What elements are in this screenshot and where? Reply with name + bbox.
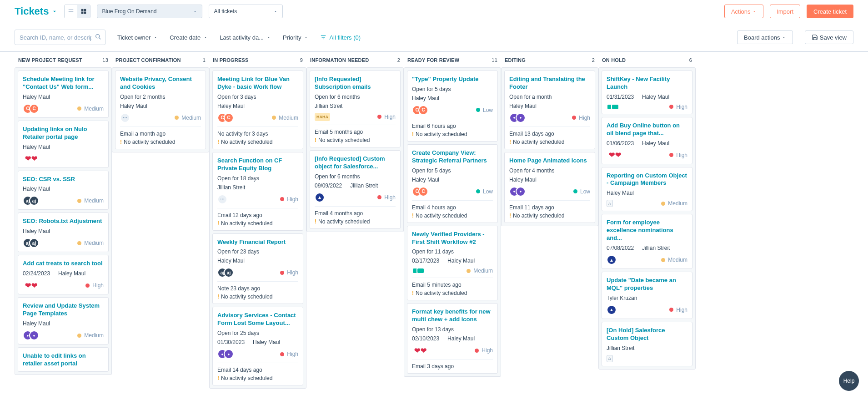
ticket-card[interactable]: Update "Date became an MQL" propertiesTy… (602, 272, 692, 319)
priority-label: High (384, 114, 396, 120)
column-name: READY FOR REVIEW (407, 57, 459, 63)
column-body: [Info Requested] Subscription emailsOpen… (306, 67, 404, 232)
ticket-card[interactable]: Review and Update System Page TemplatesH… (18, 297, 109, 344)
ticket-card[interactable]: Unable to edit links on retailer asset p… (18, 347, 109, 372)
priority-label: High (92, 282, 104, 289)
ticket-meta: Email 14 days agoNo activity scheduled (217, 363, 298, 381)
ticket-card[interactable]: Schedule Meeting link for "Contact Us" W… (18, 71, 109, 118)
column-count: 2 (592, 57, 595, 63)
chevron-down-icon (193, 9, 197, 14)
all-filters-button[interactable]: All filters (0) (320, 34, 361, 41)
ticket-card[interactable]: Advisory Services - Contact Form Lost So… (212, 307, 303, 385)
ticket-card[interactable]: Create Company View: Strategic Referral … (407, 144, 498, 223)
association-icons (607, 104, 619, 110)
help-button[interactable]: Help (839, 371, 859, 389)
save-view-label: Save view (820, 34, 847, 41)
board-actions-button[interactable]: Board actions (737, 30, 793, 44)
no-activity-warning: No activity scheduled (509, 213, 590, 219)
ticket-card[interactable]: Search Function on CF Private Equity Blo… (212, 152, 303, 231)
ticket-card[interactable]: SEO: CSR vs. SSRHaley MaulajajMedium (18, 171, 109, 210)
ticket-card[interactable]: Meeting Link for Blue Van Dyke - basic W… (212, 71, 303, 149)
priority-dot (476, 189, 480, 193)
association-icons: ⋯ (217, 194, 227, 204)
ticket-title: Schedule Meeting link for "Contact Us" W… (23, 76, 104, 91)
ticket-card[interactable]: Editing and Translating the FooterOpen f… (504, 71, 595, 149)
ticket-card[interactable]: "Type" Property UpdateOpen for 5 daysHal… (407, 71, 498, 142)
ticket-meta: Note 23 days agoNo activity scheduled (217, 281, 298, 300)
ticket-card[interactable]: Reporting on Custom Object - Campaign Me… (602, 167, 692, 212)
ticket-row: ●●Medium (23, 330, 104, 340)
ticket-card[interactable]: SEO: Robots.txt AdjustmentHaley Maulajaj… (18, 213, 109, 252)
actions-button[interactable]: Actions (724, 5, 763, 18)
ticket-meta: Email 5 minutes agoNo activity scheduled (412, 278, 493, 296)
priority-dot (476, 108, 480, 112)
ticket-card[interactable]: Weekly Financial ReportOpen for 23 daysH… (212, 233, 303, 304)
board-column: ON HOLD6ShiftKey - New Facility Launch01… (598, 52, 696, 370)
ticket-title: Advisory Services - Contact Form Lost So… (217, 312, 298, 327)
filter-activity-date[interactable]: Last activity da... (220, 34, 271, 41)
ticket-line: Open for 11 days (412, 248, 493, 255)
ticket-card[interactable]: Updating links on Nulo Retailer portal p… (18, 121, 109, 168)
column-name: NEW PROJECT REQUEST (18, 57, 82, 63)
association-icon: ⋯ (217, 194, 227, 204)
filter-icon (320, 34, 326, 41)
ticket-title: Review and Update System Page Templates (23, 302, 104, 318)
save-view-button[interactable]: Save view (805, 30, 853, 44)
filter-activity-label: Last activity da... (220, 34, 264, 41)
priority-dot (280, 271, 284, 275)
ticket-card[interactable]: Format key benefits for new multi chew +… (407, 303, 498, 374)
ticket-card[interactable]: [Info Requested] Custom object for Sales… (310, 150, 401, 229)
view-filter-select[interactable]: All tickets (209, 5, 283, 18)
ticket-card[interactable]: ShiftKey - New Facility Launch01/31/2023… (602, 71, 692, 114)
priority-badge: Medium (77, 106, 104, 112)
association-icon: ⌂ (607, 355, 613, 362)
ticket-card[interactable]: Add cat treats to search tool02/24/2023H… (18, 255, 109, 294)
filter-owner[interactable]: Ticket owner (117, 34, 158, 41)
pipeline-select[interactable]: Blue Frog On Demand (97, 5, 202, 18)
ticket-card[interactable]: Newly Verified Providers - First Shift W… (407, 226, 498, 301)
ticket-line: Open for 3 days (217, 94, 298, 100)
ticket-card[interactable]: Home Page Animated IconsOpen for 4 month… (504, 152, 595, 223)
ticket-card[interactable]: Form for employee excellence nominations… (602, 214, 692, 269)
priority-dot (573, 189, 577, 193)
ticket-line: Open for a month (509, 94, 590, 100)
ticket-title: [Info Requested] Custom object for Sales… (315, 155, 396, 171)
association-icons: ●● (509, 187, 526, 197)
ticket-line: Open for 18 days (217, 175, 298, 182)
column-body: Schedule Meeting link for "Contact Us" W… (15, 67, 112, 375)
ticket-line: Open for 2 months (120, 94, 201, 100)
board-column: NEW PROJECT REQUEST13Schedule Meeting li… (15, 52, 112, 375)
activity-line: Email 5 minutes ago (412, 282, 493, 288)
ticket-card[interactable]: [Info Requested] Subscription emailsOpen… (310, 71, 401, 147)
list-icon (68, 8, 74, 15)
no-activity-warning: No activity scheduled (412, 131, 493, 137)
filter-priority[interactable]: Priority (283, 34, 308, 41)
create-ticket-button[interactable]: Create ticket (807, 5, 853, 18)
no-activity-warning: No activity scheduled (120, 139, 201, 145)
ticket-row: ●●High (217, 349, 298, 359)
ticket-row: ajajHigh (217, 268, 298, 278)
association-icons: ⌂ (607, 355, 613, 362)
association-icons: ajaj (23, 196, 39, 206)
ticket-line: Open for 5 days (412, 86, 493, 92)
filter-create-date[interactable]: Create date (170, 34, 208, 41)
ticket-card[interactable]: [On Hold] Salesforce Custom ObjectJillia… (602, 322, 692, 366)
association-icon: ● (516, 113, 526, 123)
no-activity-warning: No activity scheduled (509, 139, 590, 145)
activity-line: Email 3 days ago (412, 363, 493, 370)
import-button[interactable]: Import (770, 5, 800, 18)
priority-badge: High (572, 115, 590, 121)
svg-line-1 (99, 38, 101, 40)
ticket-card[interactable]: Add Buy Online button on oil blend page … (602, 117, 692, 164)
priority-label: Low (483, 188, 493, 195)
page-title-dropdown[interactable]: Tickets (15, 5, 58, 17)
board-view-button[interactable] (77, 5, 90, 18)
ticket-line: Haley Maul (607, 190, 687, 196)
search-input[interactable] (15, 30, 105, 45)
ticket-title: [Info Requested] Subscription emails (315, 76, 396, 91)
ticket-row: CCLow (412, 187, 493, 197)
list-view-button[interactable] (65, 5, 77, 18)
column-header: ON HOLD6 (598, 52, 696, 67)
ticket-title: Create Company View: Strategic Referral … (412, 149, 493, 165)
ticket-card[interactable]: Website Privacy, Consent and CookiesOpen… (115, 71, 206, 149)
